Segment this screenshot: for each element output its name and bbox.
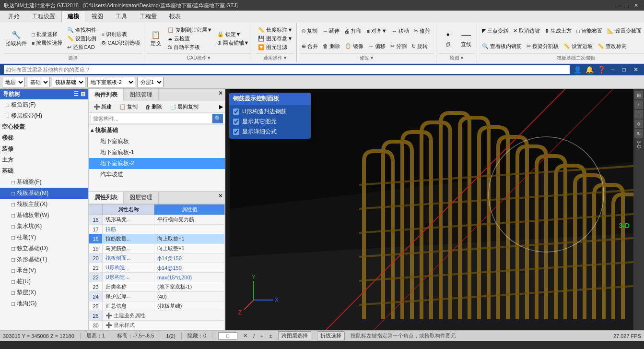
check-other-elem[interactable] — [233, 119, 239, 125]
comp-search-btn[interactable]: 🔍 — [212, 114, 223, 123]
btn-define[interactable]: 📋 定义 — [147, 29, 164, 48]
status-icon-x[interactable]: ✕ — [243, 333, 247, 339]
nav-item-raft[interactable]: □筏板基础(M) — [0, 188, 88, 199]
select-floor[interactable]: 地层 — [2, 77, 25, 87]
prop-val-24[interactable]: (40) — [154, 292, 225, 301]
rebar-check-u[interactable]: U形构造封边钢筋 — [233, 108, 307, 116]
btn-scale[interactable]: 📏设置比例 — [65, 35, 98, 43]
comp-item-basement-slab-2[interactable]: 地下室底板-2 — [89, 158, 225, 169]
prop-name-17[interactable]: 拉筋 — [103, 225, 154, 234]
comp-panel-close[interactable]: ✕ — [216, 89, 225, 101]
nav-item-earth[interactable]: 土方 — [0, 155, 88, 166]
prop-val-22[interactable]: max(15*d,200) — [154, 273, 225, 282]
btn-length-mark[interactable]: 📏长度标注▼ — [256, 26, 294, 34]
search-input[interactable] — [4, 65, 570, 74]
status-icon-slash[interactable]: / — [253, 333, 255, 339]
btn-batch-select[interactable]: □批量选择 — [30, 30, 64, 38]
prop-name-20[interactable]: 筏板侧面... — [103, 253, 154, 263]
btn-cad-options[interactable]: ⚙CAD识别选项 — [99, 39, 141, 47]
comp-toolbar-more[interactable]: ▶ — [219, 104, 223, 110]
btn-set-slope[interactable]: 📏设置边坡 — [562, 42, 595, 50]
rt-zoom-out[interactable]: - — [634, 110, 643, 119]
btn-delete-comp[interactable]: 🗑 删除 — [142, 102, 165, 111]
comp-item-car-ramp[interactable]: 汽车坡道 — [89, 169, 225, 180]
maximize-btn[interactable]: □ — [623, 2, 630, 9]
rebar-check-other[interactable]: 显示其它图元 — [233, 118, 307, 126]
select-floor-slab[interactable]: 地下室底板-2 — [87, 77, 135, 87]
nav-item-hollow[interactable]: 空心楼盖 — [0, 121, 88, 132]
nav-item-raft-main[interactable]: □筏板主筋(X) — [0, 199, 88, 210]
btn-gen-earth[interactable]: ⬆生成土方 — [543, 27, 574, 35]
prop-val-19[interactable]: 向上取整+1 — [154, 244, 225, 253]
btn-layer-table[interactable]: ≡识别层表 — [99, 30, 141, 38]
nav-item-foundation[interactable]: 基础 — [0, 166, 88, 177]
nav-item-channel[interactable]: □地沟(G) — [0, 298, 88, 309]
nav-item-sump[interactable]: □集水坑(K) — [0, 221, 88, 232]
btn-two-point[interactable]: ⊕两点辅轴▼ — [215, 39, 251, 47]
prop-val-23[interactable]: (地下室底板-1) — [154, 282, 225, 292]
rt-zoom-fit[interactable]: ⊞ — [634, 91, 643, 99]
prop-group-30[interactable]: ➕ 显示样式 — [103, 321, 225, 330]
btn-copy-comp[interactable]: 📋 复制 — [117, 102, 141, 111]
nav-item-cap[interactable]: □承台(V) — [0, 265, 88, 276]
btn-lock[interactable]: 🔒锁定▼ — [215, 30, 251, 38]
btn-new-comp[interactable]: ➕ 新建 — [91, 102, 115, 111]
btn-move[interactable]: ↔移动 — [390, 27, 411, 35]
nav-item-board-neg[interactable]: □板负筋(F) — [0, 99, 88, 110]
bell-icon[interactable]: 🔔 — [585, 66, 594, 73]
btn-attr-select[interactable]: ≡按属性选择 — [30, 39, 64, 47]
btn-pick[interactable]: 🔧 拾取构件 — [4, 29, 29, 48]
select-type[interactable]: 基础 — [27, 77, 50, 87]
btn-three-point[interactable]: ◤三点变斜 — [480, 27, 510, 35]
btn-mirror[interactable]: 🪞镜像 — [343, 42, 365, 50]
prop-tab-layer[interactable]: 图层管理 — [124, 192, 159, 204]
viewport[interactable]: X Y Z 钢筋显示控制面板 U形构造封边钢筋 显示其它图元 — [225, 89, 644, 330]
prop-val-21[interactable]: ф14@150 — [154, 263, 225, 273]
btn-split-beam[interactable]: ✂按梁分割板 — [525, 42, 561, 50]
min-icon[interactable]: – — [609, 66, 617, 73]
tab-tools[interactable]: 工具 — [109, 11, 133, 22]
nav-item-decoration[interactable]: 装修 — [0, 144, 88, 155]
btn-cancel-slope[interactable]: ✕取消边坡 — [511, 27, 542, 35]
nav-item-foundation-band[interactable]: □基础板带(W) — [0, 210, 88, 221]
btn-cross-layer[interactable]: 跨图层选择 — [278, 331, 311, 340]
nav-item-pad[interactable]: □垫层(X) — [0, 287, 88, 298]
rt-pan[interactable]: ✥ — [634, 120, 643, 128]
nav-item-floor-band[interactable]: □楼层板带(H) — [0, 110, 88, 121]
btn-cloud-check[interactable]: ☁云检查 — [165, 35, 214, 43]
btn-offset[interactable]: ↔偏移 — [366, 42, 387, 50]
btn-view-rebar[interactable]: 🔍查看板内钢筋 — [480, 42, 524, 50]
btn-find[interactable]: 🔍查找构件 — [65, 26, 98, 34]
btn-set-section[interactable]: 📐设置变截面 — [605, 27, 644, 35]
nav-item-pile[interactable]: □桩(U) — [0, 276, 88, 287]
btn-save-elem[interactable]: 💾图元存盘▼ — [256, 35, 294, 43]
btn-extend[interactable]: →延伸 — [320, 27, 341, 35]
status-shape-input[interactable] — [218, 332, 237, 340]
prop-panel-close[interactable]: ✕ — [216, 192, 225, 204]
check-u-rebar[interactable] — [233, 108, 239, 115]
prop-val-16[interactable]: 平行横向受力筋 — [154, 215, 225, 225]
nav-item-stair[interactable]: 楼梯 — [0, 132, 88, 144]
prop-val-20[interactable]: ф14@150 — [154, 253, 225, 263]
select-layer[interactable]: 分层1 — [137, 77, 164, 87]
status-icon-plus[interactable]: + — [260, 333, 263, 339]
tab-settings[interactable]: 工程设置 — [26, 11, 61, 22]
comp-tab-drawing[interactable]: 图纸管理 — [124, 89, 159, 101]
btn-auto-align[interactable]: ⚖自动平齐板 — [165, 43, 214, 51]
prop-val-17[interactable] — [154, 225, 225, 234]
btn-polyline[interactable]: 折线选择 — [317, 331, 345, 340]
comp-tree-raft-root[interactable]: ▴ 筏板基础 — [89, 125, 225, 136]
prop-val-18[interactable]: 向上取整+1 — [154, 234, 225, 244]
tab-quantity[interactable]: 工程量 — [133, 11, 163, 22]
btn-copy-layer[interactable]: 📋复制到其它层▼ — [165, 26, 214, 34]
btn-split[interactable]: ✂分割 — [388, 42, 409, 50]
btn-delete[interactable]: 🗑删除 — [321, 42, 342, 50]
rt-rotate[interactable]: ↻ — [634, 129, 643, 138]
prop-tab-list[interactable]: 属性列表 — [89, 192, 124, 204]
user-icon[interactable]: 👤 — [574, 66, 582, 73]
btn-trim[interactable]: ✂修剪 — [412, 27, 432, 35]
close-btn[interactable]: ✕ — [632, 2, 640, 9]
nav-item-column-pier[interactable]: □柱墩(Y) — [0, 232, 88, 243]
help-icon[interactable]: ❓ — [597, 66, 606, 73]
btn-restore-cad[interactable]: ↩还原CAD — [65, 43, 98, 51]
